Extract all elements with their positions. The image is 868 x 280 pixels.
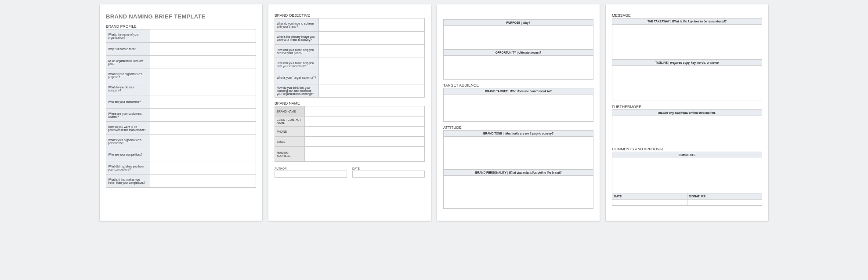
bp-q0: What's the name of your organization? [106, 29, 150, 43]
bn-a0[interactable] [305, 106, 425, 116]
author-input[interactable] [275, 171, 347, 178]
brand-personality-header: BRAND PERSONALITY | What characteristics… [444, 170, 593, 176]
purpose-table: PURPOSE | Why? OPPORTUNITY | Ultimate im… [443, 19, 593, 80]
bp-a4[interactable] [150, 82, 256, 95]
bn-a2[interactable] [305, 127, 425, 137]
message-title: MESSAGE [612, 13, 762, 18]
bn-q1: CLIENT CONTACT NAME [275, 116, 305, 127]
brand-profile-title: BRAND PROFILE [106, 24, 256, 29]
bo-q5: How do you think that your branding can … [275, 84, 319, 98]
bn-q4: MAILING ADDRESS [275, 147, 305, 162]
brand-tone-header: BRAND TONE | What traits are we trying t… [444, 131, 593, 137]
bp-a3[interactable] [150, 69, 256, 82]
furthermore-table: Include any additional critical informat… [612, 109, 762, 143]
bn-q3: EMAIL [275, 137, 305, 147]
bn-a4[interactable] [305, 147, 425, 162]
purpose-header: PURPOSE | Why? [444, 20, 593, 26]
comments-table: COMMENTS DATE SIGNATURE [612, 152, 762, 206]
tagline-header: TAGLINE | prepared copy, key words, or t… [612, 60, 762, 66]
bp-q11: What is it that makes you better than yo… [106, 175, 150, 188]
bn-q0: BRAND NAME [275, 106, 305, 116]
attitude-table: BRAND TONE | What traits are we trying t… [443, 130, 593, 209]
bo-q4: Who is your "target audience"? [275, 71, 319, 84]
bp-a8[interactable] [150, 135, 256, 148]
comments-signature-label: SIGNATURE [687, 193, 762, 200]
bo-q2: How can your brand help you achieve your… [275, 45, 319, 58]
bp-q9: Who are your competitors? [106, 148, 150, 161]
bp-a0[interactable] [150, 29, 256, 43]
brand-tone-body[interactable] [444, 137, 593, 170]
takeaway-body[interactable] [612, 25, 762, 60]
furthermore-header: Include any additional critical informat… [612, 110, 762, 116]
doc-title: BRAND NAMING BRIEF TEMPLATE [106, 13, 256, 20]
bp-q10: What distinguishes you from your competi… [106, 161, 150, 175]
bp-q2: As an organization, who are you? [106, 56, 150, 69]
purpose-body[interactable] [444, 26, 593, 50]
bp-q7: How do you want to be perceived in the m… [106, 122, 150, 135]
bp-a10[interactable] [150, 161, 256, 175]
bp-a2[interactable] [150, 56, 256, 69]
bo-q0: What do you hope to achieve with your br… [275, 18, 319, 32]
bp-a7[interactable] [150, 122, 256, 135]
bp-a6[interactable] [150, 109, 256, 122]
comments-header: COMMENTS [612, 152, 762, 158]
brand-target-header: BRAND TARGET | Who does the brand speak … [444, 88, 593, 95]
message-table: THE TAKEAWAY | What is the key idea to b… [612, 18, 762, 101]
takeaway-header: THE TAKEAWAY | What is the key idea to b… [612, 18, 762, 25]
bp-a5[interactable] [150, 95, 256, 109]
bn-a3[interactable] [305, 137, 425, 147]
author-label: AUTHOR [275, 167, 347, 170]
bp-q5: Who are your customers? [106, 95, 150, 109]
date-input[interactable] [352, 171, 425, 178]
furthermore-title: FURTHERMORE [612, 105, 762, 109]
author-field: AUTHOR [275, 167, 347, 178]
bp-q6: Where are your customers located? [106, 109, 150, 122]
page-1: BRAND NAMING BRIEF TEMPLATE BRAND PROFIL… [100, 4, 262, 221]
target-audience-title: TARGET AUDIENCE [443, 83, 593, 87]
bo-a0[interactable] [319, 18, 425, 32]
brand-target-body[interactable] [444, 95, 593, 122]
bo-a2[interactable] [319, 45, 425, 58]
bo-a4[interactable] [319, 71, 425, 84]
comments-signature-input[interactable] [687, 200, 762, 206]
bo-a1[interactable] [319, 32, 425, 45]
date-field: DATE [352, 167, 425, 178]
brand-objective-title: BRAND OBJECTIVE [275, 13, 425, 18]
bo-q3: How can your brand help you best your co… [275, 58, 319, 71]
brand-name-title: BRAND NAME [275, 101, 425, 105]
bp-q1: Why is it named that? [106, 43, 150, 56]
tagline-body[interactable] [612, 66, 762, 101]
bp-q3: What is your organization's purpose? [106, 69, 150, 82]
page-3: PURPOSE | Why? OPPORTUNITY | Ultimate im… [437, 4, 600, 221]
bn-a1[interactable] [305, 116, 425, 127]
bo-a5[interactable] [319, 84, 425, 98]
furthermore-body[interactable] [612, 116, 762, 143]
bp-q8: What's your organization's personality? [106, 135, 150, 148]
bn-q2: PHONE [275, 127, 305, 137]
bp-q4: What do you do as a company? [106, 82, 150, 95]
attitude-title: ATTITUDE [443, 125, 593, 130]
page-4: MESSAGE THE TAKEAWAY | What is the key i… [606, 4, 768, 221]
author-date-row: AUTHOR DATE [275, 167, 425, 178]
bo-a3[interactable] [319, 58, 425, 71]
opportunity-body[interactable] [444, 56, 593, 80]
bo-q1: What's the primary image you want your b… [275, 32, 319, 45]
bp-a9[interactable] [150, 148, 256, 161]
target-audience-table: BRAND TARGET | Who does the brand speak … [443, 88, 593, 122]
brand-name-table: BRAND NAME CLIENT CONTACT NAME PHONE EMA… [275, 106, 425, 162]
bp-a11[interactable] [150, 175, 256, 188]
comments-date-label: DATE [612, 193, 687, 200]
comments-title: COMMENTS AND APPROVAL [612, 147, 762, 151]
date-label: DATE [352, 167, 425, 170]
comments-body[interactable] [612, 158, 762, 193]
brand-personality-body[interactable] [444, 176, 593, 209]
bp-a1[interactable] [150, 43, 256, 56]
brand-profile-table: What's the name of your organization? Wh… [106, 29, 256, 188]
page-2: BRAND OBJECTIVE What do you hope to achi… [268, 4, 431, 221]
brand-objective-table: What do you hope to achieve with your br… [275, 18, 425, 98]
opportunity-header: OPPORTUNITY | Ultimate impact? [444, 50, 593, 56]
comments-date-input[interactable] [612, 200, 687, 206]
